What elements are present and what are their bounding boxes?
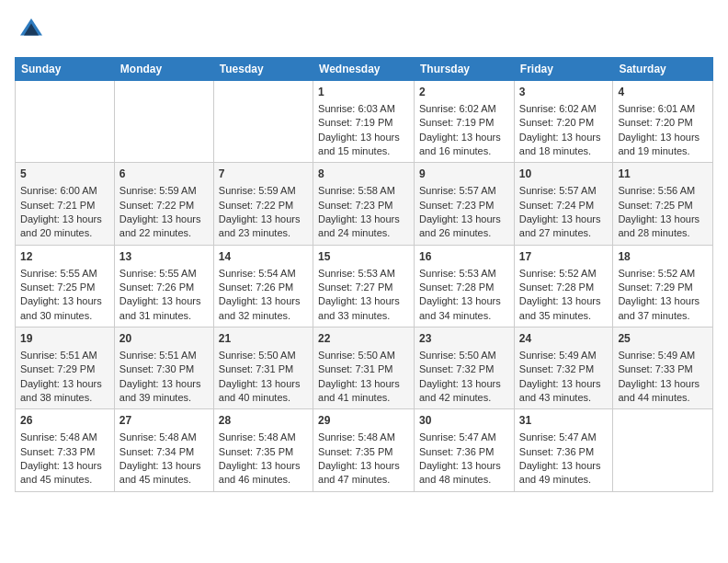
day-info-line: Sunset: 7:26 PM: [219, 281, 308, 294]
day-info-line: and 27 minutes.: [519, 226, 609, 240]
day-number: 16: [419, 249, 509, 265]
calendar-cell: 17Sunrise: 5:52 AMSunset: 7:28 PMDayligh…: [514, 245, 613, 327]
day-number: 14: [219, 249, 308, 265]
day-info-line: Daylight: 13 hours: [519, 131, 609, 144]
calendar-table: SundayMondayTuesdayWednesdayThursdayFrid…: [15, 57, 713, 492]
day-info-line: Sunset: 7:32 PM: [519, 362, 609, 376]
day-number: 9: [419, 167, 509, 182]
day-info-line: Sunrise: 5:49 AM: [519, 349, 609, 362]
calendar-cell: 16Sunrise: 5:53 AMSunset: 7:28 PMDayligh…: [415, 245, 515, 327]
calendar-cell: 29Sunrise: 5:48 AMSunset: 7:35 PMDayligh…: [313, 409, 415, 491]
day-info-line: and 28 minutes.: [618, 226, 708, 240]
calendar-cell: 13Sunrise: 5:55 AMSunset: 7:26 PMDayligh…: [114, 245, 213, 327]
day-info-line: Sunrise: 5:47 AM: [419, 431, 509, 444]
day-info-line: and 43 minutes.: [519, 391, 609, 405]
day-info-line: Sunset: 7:21 PM: [20, 199, 109, 213]
day-info-line: Sunrise: 5:48 AM: [219, 431, 308, 444]
day-info-line: and 30 minutes.: [20, 309, 109, 323]
day-info-line: Daylight: 13 hours: [419, 377, 509, 391]
day-info-line: Sunrise: 5:58 AM: [318, 184, 409, 198]
weekday-header-wednesday: Wednesday: [313, 58, 415, 81]
day-info-line: Daylight: 13 hours: [318, 294, 409, 308]
day-info-line: and 39 minutes.: [119, 391, 209, 405]
day-number: 7: [219, 167, 308, 182]
calendar-cell: 28Sunrise: 5:48 AMSunset: 7:35 PMDayligh…: [213, 409, 313, 491]
day-number: 17: [519, 249, 609, 265]
day-info-line: and 24 minutes.: [318, 226, 409, 240]
day-info-line: Sunrise: 5:48 AM: [20, 431, 109, 444]
day-info-line: Sunset: 7:20 PM: [519, 116, 609, 130]
day-info-line: Sunrise: 5:59 AM: [219, 184, 308, 198]
day-number: 8: [318, 167, 409, 182]
calendar-cell: 27Sunrise: 5:48 AMSunset: 7:34 PMDayligh…: [114, 409, 213, 491]
day-info-line: and 33 minutes.: [318, 309, 409, 323]
day-info-line: and 47 minutes.: [318, 473, 409, 487]
day-info-line: Sunrise: 5:50 AM: [219, 349, 308, 362]
calendar-cell: 3Sunrise: 6:02 AMSunset: 7:20 PMDaylight…: [514, 81, 613, 163]
day-info-line: Daylight: 13 hours: [519, 377, 609, 391]
day-info-line: Sunset: 7:27 PM: [318, 281, 409, 294]
day-info-line: Daylight: 13 hours: [318, 213, 409, 226]
weekday-header-friday: Friday: [514, 58, 613, 81]
day-info-line: Sunset: 7:25 PM: [618, 199, 708, 213]
day-info-line: Daylight: 13 hours: [119, 459, 209, 473]
day-number: 10: [519, 167, 609, 182]
calendar-cell: 14Sunrise: 5:54 AMSunset: 7:26 PMDayligh…: [213, 245, 313, 327]
weekday-header-row: SundayMondayTuesdayWednesdayThursdayFrid…: [16, 58, 713, 81]
day-info-line: Daylight: 13 hours: [618, 213, 708, 226]
day-info-line: Sunrise: 5:52 AM: [519, 267, 609, 281]
day-info-line: and 32 minutes.: [219, 309, 308, 323]
calendar-cell: 12Sunrise: 5:55 AMSunset: 7:25 PMDayligh…: [16, 245, 115, 327]
day-info-line: Sunrise: 5:48 AM: [119, 431, 209, 444]
day-info-line: Sunrise: 5:57 AM: [519, 184, 609, 198]
day-number: 1: [318, 85, 409, 100]
page-header: [15, 15, 713, 48]
day-number: 30: [419, 413, 509, 429]
day-info-line: and 31 minutes.: [119, 309, 209, 323]
day-info-line: Sunset: 7:28 PM: [519, 281, 609, 294]
calendar-cell: 20Sunrise: 5:51 AMSunset: 7:30 PMDayligh…: [114, 327, 213, 409]
logo-icon: [17, 15, 46, 44]
day-info-line: Sunset: 7:28 PM: [419, 281, 509, 294]
day-info-line: Daylight: 13 hours: [219, 294, 308, 308]
calendar-cell: 7Sunrise: 5:59 AMSunset: 7:22 PMDaylight…: [213, 163, 313, 245]
day-number: 19: [20, 331, 109, 347]
calendar-cell: 6Sunrise: 5:59 AMSunset: 7:22 PMDaylight…: [114, 163, 213, 245]
day-number: 6: [119, 167, 209, 182]
day-info-line: Daylight: 13 hours: [419, 294, 509, 308]
day-info-line: and 48 minutes.: [419, 473, 509, 487]
day-info-line: Daylight: 13 hours: [519, 294, 609, 308]
day-info-line: Daylight: 13 hours: [119, 377, 209, 391]
day-info-line: and 38 minutes.: [20, 391, 109, 405]
day-info-line: Sunset: 7:35 PM: [219, 445, 308, 459]
day-info-line: and 15 minutes.: [318, 144, 409, 158]
calendar-cell: 8Sunrise: 5:58 AMSunset: 7:23 PMDaylight…: [313, 163, 415, 245]
day-number: 25: [618, 331, 708, 347]
day-info-line: and 34 minutes.: [419, 309, 509, 323]
day-info-line: Sunrise: 5:48 AM: [318, 431, 409, 444]
day-info-line: Sunset: 7:22 PM: [219, 199, 308, 213]
week-row-2: 5Sunrise: 6:00 AMSunset: 7:21 PMDaylight…: [16, 163, 713, 245]
day-info-line: Daylight: 13 hours: [519, 459, 609, 473]
calendar-cell: 26Sunrise: 5:48 AMSunset: 7:33 PMDayligh…: [16, 409, 115, 491]
day-info-line: Daylight: 13 hours: [419, 213, 509, 226]
day-info-line: Daylight: 13 hours: [318, 131, 409, 144]
day-info-line: Sunrise: 5:51 AM: [119, 349, 209, 362]
day-info-line: Sunrise: 5:56 AM: [618, 184, 708, 198]
day-info-line: Daylight: 13 hours: [219, 213, 308, 226]
weekday-header-monday: Monday: [114, 58, 213, 81]
day-info-line: Daylight: 13 hours: [219, 459, 308, 473]
day-info-line: and 41 minutes.: [318, 391, 409, 405]
week-row-3: 12Sunrise: 5:55 AMSunset: 7:25 PMDayligh…: [16, 245, 713, 327]
day-info-line: Sunrise: 5:57 AM: [419, 184, 509, 198]
day-info-line: and 19 minutes.: [618, 144, 708, 158]
calendar-cell: 5Sunrise: 6:00 AMSunset: 7:21 PMDaylight…: [16, 163, 115, 245]
day-info-line: Sunrise: 5:54 AM: [219, 267, 308, 281]
day-number: 15: [318, 249, 409, 265]
day-info-line: Daylight: 13 hours: [20, 294, 109, 308]
day-info-line: Sunrise: 5:50 AM: [318, 349, 409, 362]
day-info-line: Sunrise: 5:49 AM: [618, 349, 708, 362]
day-number: 3: [519, 85, 609, 100]
day-info-line: Daylight: 13 hours: [20, 377, 109, 391]
logo: [15, 15, 46, 48]
